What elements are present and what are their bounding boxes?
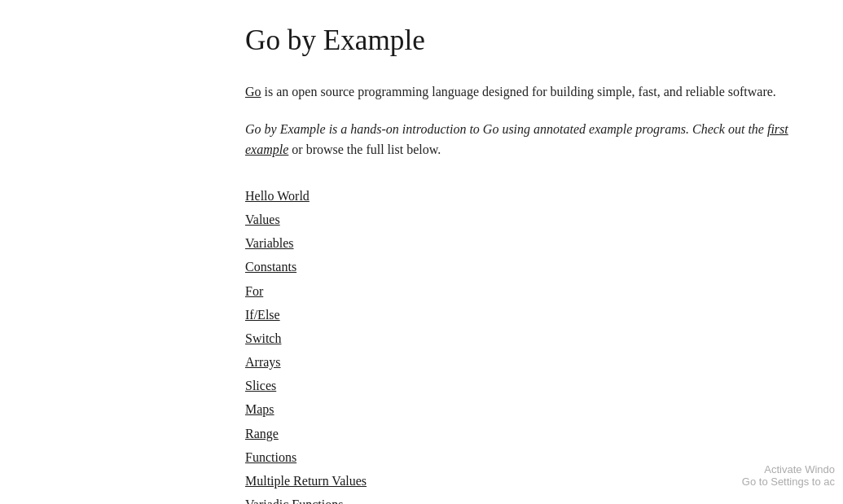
list-item: Arrays — [245, 351, 827, 373]
topic-link[interactable]: If/Else — [245, 308, 280, 322]
list-item: Variadic Functions — [245, 493, 827, 504]
topic-link[interactable]: Range — [245, 427, 279, 440]
page-title: Go by Example — [245, 24, 827, 57]
topic-link[interactable]: Maps — [245, 402, 274, 416]
intro-paragraph-1: Go is an open source programming languag… — [245, 81, 827, 103]
intro-middle-text: is a hands-on introduction to Go using a… — [326, 122, 767, 136]
list-item: Hello World — [245, 185, 827, 207]
list-item: Variables — [245, 232, 827, 254]
topic-link[interactable]: Hello World — [245, 189, 310, 203]
go-by-example-italic: Go by Example — [245, 122, 326, 136]
topic-link[interactable]: Slices — [245, 379, 276, 392]
intro-text-suffix: is an open source programming language d… — [261, 85, 776, 99]
intro-paragraph-2: Go by Example is a hands-on introduction… — [245, 119, 827, 160]
list-item: If/Else — [245, 304, 827, 326]
topic-link[interactable]: Switch — [245, 331, 281, 345]
list-item: Multiple Return Values — [245, 470, 827, 492]
list-item: Slices — [245, 375, 827, 397]
list-item: Switch — [245, 327, 827, 349]
topic-link[interactable]: Arrays — [245, 355, 281, 369]
topic-link[interactable]: Values — [245, 213, 280, 226]
list-item: Functions — [245, 446, 827, 468]
intro-suffix-text: or browse the full list below. — [288, 142, 441, 156]
topic-link[interactable]: Functions — [245, 450, 296, 464]
list-item: For — [245, 280, 827, 302]
topic-link[interactable]: Variadic Functions — [245, 497, 343, 504]
topic-list: Hello WorldValuesVariablesConstantsForIf… — [245, 185, 827, 504]
topic-link[interactable]: Constants — [245, 260, 296, 274]
list-item: Constants — [245, 256, 827, 278]
list-item: Range — [245, 423, 827, 445]
list-item: Maps — [245, 398, 827, 420]
topic-link[interactable]: Variables — [245, 236, 294, 250]
go-link[interactable]: Go — [245, 85, 261, 99]
list-item: Values — [245, 208, 827, 230]
topic-link[interactable]: Multiple Return Values — [245, 474, 367, 488]
topic-link[interactable]: For — [245, 284, 263, 298]
